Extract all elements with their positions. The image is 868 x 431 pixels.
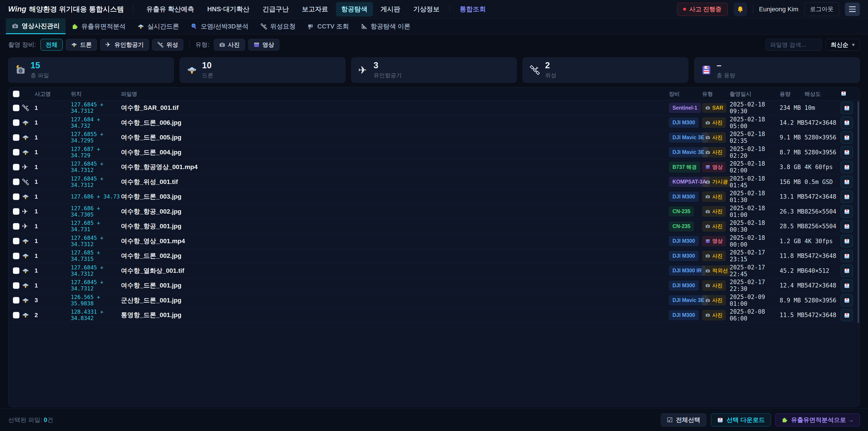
row-checkbox[interactable]: [13, 238, 20, 244]
download-icon: [844, 253, 850, 259]
download-button[interactable]: [841, 102, 853, 114]
download-icon: [844, 238, 850, 244]
table-row[interactable]: 2128.4331 + 34.8342통영항_드론_001.jpgDJI M30…: [8, 308, 860, 323]
download-selected-button[interactable]: 선택 다운로드: [711, 413, 771, 427]
download-button[interactable]: [841, 235, 853, 247]
row-checkbox[interactable]: [13, 105, 20, 111]
nav-item-보고자료[interactable]: 보고자료: [297, 2, 334, 17]
menu-button[interactable]: [845, 2, 860, 16]
nav-item-유출유 확산예측[interactable]: 유출유 확산예측: [141, 2, 199, 17]
download-button[interactable]: [841, 250, 853, 262]
location-cell[interactable]: 126.565 + 35.9838: [71, 294, 121, 307]
capture-datetime-cell: 2025-02-18 01:30: [730, 190, 780, 204]
row-checkbox[interactable]: [13, 179, 20, 185]
equipment-filter-전체[interactable]: 전체: [40, 39, 63, 51]
download-button[interactable]: [841, 220, 853, 232]
tab-위성요청[interactable]: 위성요청: [254, 19, 302, 34]
row-checkbox[interactable]: [13, 297, 20, 304]
table-row[interactable]: 1127.687 + 34.729여수항_드론_004.jpgDJI Mavic…: [8, 145, 860, 160]
location-cell[interactable]: 127.686 + 34.73: [71, 193, 121, 200]
camera-icon: [12, 23, 19, 29]
nav-item-게시판[interactable]: 게시판: [375, 2, 406, 17]
row-checkbox[interactable]: [13, 282, 20, 289]
type-filter-영상[interactable]: 영상: [248, 39, 279, 51]
search-input[interactable]: [765, 39, 822, 51]
download-button[interactable]: [841, 309, 853, 321]
row-checkbox[interactable]: [13, 193, 20, 200]
header-checkbox[interactable]: [13, 91, 20, 97]
select-all-button[interactable]: ☑ 전체선택: [661, 413, 706, 427]
location-cell[interactable]: 128.4331 + 34.8342: [71, 309, 121, 321]
row-checkbox[interactable]: [13, 253, 20, 259]
source-cell: [22, 149, 35, 156]
download-button[interactable]: [841, 161, 853, 173]
location-cell[interactable]: 127.6845 + 34.7312: [71, 265, 121, 277]
download-button[interactable]: [841, 176, 853, 188]
row-checkbox[interactable]: [13, 208, 20, 215]
location-cell[interactable]: 127.6845 + 34.7312: [71, 161, 121, 173]
row-checkbox[interactable]: [13, 119, 20, 126]
row-checkbox[interactable]: [13, 312, 20, 318]
download-button[interactable]: [841, 146, 853, 158]
tab-실시간드론[interactable]: 실시간드론: [131, 19, 185, 34]
scrollbar[interactable]: [858, 101, 859, 323]
table-row[interactable]: 1127.6845 + 34.7312여수항_드론_001.jpgDJI M30…: [8, 278, 860, 293]
table-row[interactable]: 3126.565 + 35.9838군산항_드론_001.jpgDJI Mavi…: [8, 293, 860, 308]
sort-dropdown[interactable]: 최신순 ▾: [826, 39, 860, 51]
app-logo: Wing 해양환경 위기대응 통합시스템: [8, 4, 124, 14]
stat-label: 총 용량: [717, 72, 735, 79]
location-cell[interactable]: 127.6845 + 34.7312: [71, 279, 121, 292]
table-row[interactable]: 1127.6845 + 34.7312여수항_열화상_001.tifDJI M3…: [8, 264, 860, 278]
equipment-filter-드론[interactable]: 드론: [66, 39, 97, 51]
download-button[interactable]: [841, 294, 853, 306]
tab-CCTV 조회[interactable]: CCTV 조회: [302, 19, 355, 34]
download-button[interactable]: [841, 265, 853, 277]
location-cell[interactable]: 127.685 + 34.7315: [71, 249, 121, 262]
download-button[interactable]: [841, 190, 853, 203]
nav-item-HNS·대기확산[interactable]: HNS·대기확산: [202, 2, 255, 17]
download-button[interactable]: [841, 117, 853, 129]
notifications-button[interactable]: [734, 2, 747, 16]
location-cell[interactable]: 127.684 + 34.732: [71, 116, 121, 129]
row-checkbox[interactable]: [13, 267, 20, 274]
location-cell[interactable]: 127.6855 + 34.7295: [71, 131, 121, 144]
download-button[interactable]: [841, 279, 853, 291]
row-checkbox[interactable]: [13, 164, 20, 171]
table-row[interactable]: 1127.6845 + 34.7312여수항_위성_001.tifKOMPSAT…: [8, 175, 860, 190]
logout-button[interactable]: 로그아웃: [804, 2, 839, 16]
row-checkbox[interactable]: [13, 134, 20, 141]
download-button[interactable]: [841, 206, 853, 218]
table-row[interactable]: 1127.684 + 34.732여수항_드론_006.jpgDJI M300사…: [8, 116, 860, 130]
footer-buttons: ☑ 전체선택 선택 다운로드 유출유면적분석으로 →: [661, 413, 860, 427]
table-row[interactable]: ✈1127.686 + 34.7305여수항_항공_002.jpgCN-235사…: [8, 204, 860, 219]
tab-항공탐색 이론[interactable]: 항공탐색 이론: [355, 19, 416, 34]
table-row[interactable]: 1127.686 + 34.73여수항_드론_003.jpgDJI M300사진…: [8, 189, 860, 204]
go-to-oil-area-analysis-button[interactable]: 유출유면적분석으로 →: [775, 413, 860, 427]
equipment-filter-유인항공기[interactable]: ✈유인항공기: [100, 39, 149, 51]
table-row[interactable]: 1127.685 + 34.7315여수항_드론_002.jpgDJI M300…: [8, 249, 860, 264]
nav-item-기상정보[interactable]: 기상정보: [408, 2, 445, 17]
nav-item-긴급구난[interactable]: 긴급구난: [257, 2, 294, 17]
table-row[interactable]: 1127.6845 + 34.7312여수항_SAR_001.tifSentin…: [8, 100, 860, 116]
nav-item-항공탐색[interactable]: 항공탐색: [336, 2, 373, 17]
table-row[interactable]: ✈1127.685 + 34.731여수항_항공_001.jpgCN-235사진…: [8, 219, 860, 234]
nav-item-통합조회[interactable]: 통합조회: [454, 2, 491, 17]
table-row[interactable]: 1127.6845 + 34.7312여수항_영상_001.mp4DJI M30…: [8, 234, 860, 249]
location-cell[interactable]: 127.685 + 34.731: [71, 220, 121, 233]
row-checkbox[interactable]: [13, 223, 20, 229]
location-cell[interactable]: 127.687 + 34.729: [71, 146, 121, 159]
table-row[interactable]: 1127.6855 + 34.7295여수항_드론_005.jpgDJI Mav…: [8, 130, 860, 145]
location-cell[interactable]: 127.6845 + 34.7312: [71, 176, 121, 188]
location-cell[interactable]: 127.686 + 34.7305: [71, 205, 121, 218]
tab-영상사진관리[interactable]: 영상사진관리: [6, 19, 66, 34]
row-checkbox[interactable]: [13, 149, 20, 155]
type-filter-사진[interactable]: 사진: [214, 39, 245, 51]
type-badge: 사진: [702, 117, 726, 128]
download-button[interactable]: [841, 131, 853, 144]
equipment-filter-위성[interactable]: 위성: [152, 39, 183, 51]
location-cell[interactable]: 127.6845 + 34.7312: [71, 101, 121, 114]
table-row[interactable]: ✈1127.6845 + 34.7312여수항_항공영상_001.mp4B737…: [8, 160, 860, 175]
tab-유출유면적분석[interactable]: 유출유면적분석: [66, 19, 131, 34]
location-cell[interactable]: 127.6845 + 34.7312: [71, 235, 121, 247]
tab-오염/선박3D분석[interactable]: 오염/선박3D분석: [185, 19, 254, 34]
